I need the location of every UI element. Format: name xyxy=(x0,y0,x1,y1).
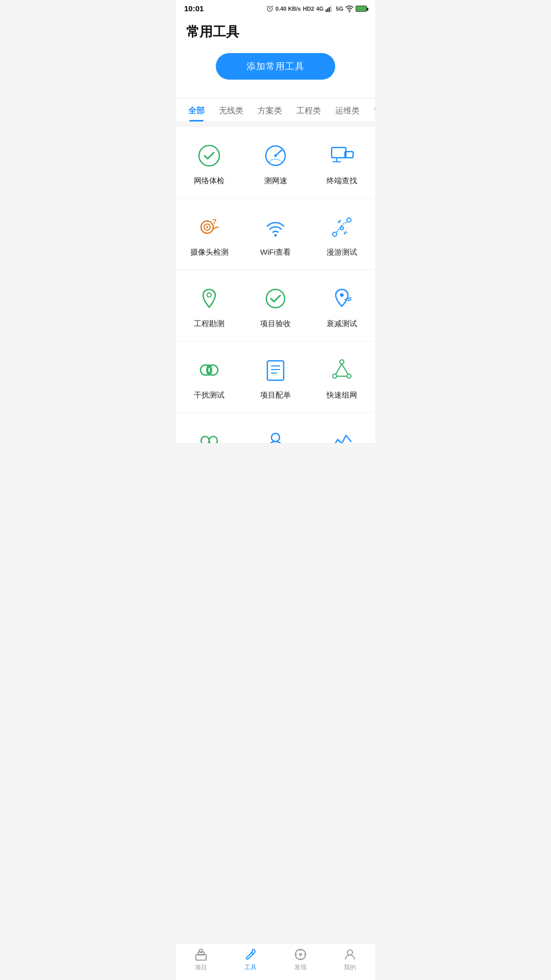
tool-partial-2[interactable] xyxy=(242,413,309,443)
attenuation-icon xyxy=(328,284,356,313)
tool-camera-detect[interactable]: ? 摄像头检测 xyxy=(176,199,242,270)
tool-project-bom[interactable]: 项目配单 xyxy=(242,341,309,412)
svg-point-32 xyxy=(340,360,344,364)
tab-solution[interactable]: 方案类 xyxy=(251,99,289,121)
hd-badge: HD2 xyxy=(303,6,314,12)
svg-point-41 xyxy=(271,433,280,442)
terminal-find-label: 终端查找 xyxy=(327,176,357,186)
network-speed: 0.40 KB/s xyxy=(276,6,301,12)
svg-rect-28 xyxy=(267,361,284,380)
partial1-icon xyxy=(195,427,223,444)
svg-point-23 xyxy=(266,289,285,308)
svg-rect-6 xyxy=(331,6,332,12)
speed-test-icon xyxy=(261,141,290,170)
main-content: 常用工具 添加常用工具 全部 无线类 方案类 工程类 运维类 安防类 xyxy=(176,15,375,484)
partial3-icon xyxy=(328,427,356,444)
tools-row-1: 网络体检 测网速 xyxy=(176,127,375,199)
svg-point-20 xyxy=(347,218,351,222)
tab-security[interactable]: 安防类 xyxy=(367,99,375,121)
camera-detect-label: 摄像头检测 xyxy=(190,248,229,257)
status-bar: 10:01 0.40 KB/s HD2 4G 5G xyxy=(176,0,375,15)
svg-text:?: ? xyxy=(212,217,217,226)
quick-network-icon xyxy=(328,356,356,384)
tool-wifi-view[interactable]: WiFi查看 xyxy=(242,199,309,270)
svg-point-38 xyxy=(201,436,209,444)
svg-rect-4 xyxy=(328,8,329,12)
speed-test-label: 测网速 xyxy=(264,176,287,186)
wifi-status-icon xyxy=(345,5,354,12)
interference-label: 干扰测试 xyxy=(194,390,224,400)
battery-icon xyxy=(356,6,367,12)
add-tool-button[interactable]: 添加常用工具 xyxy=(216,53,335,80)
tool-partial-1[interactable] xyxy=(176,413,242,443)
tabs-scroll: 全部 无线类 方案类 工程类 运维类 安防类 xyxy=(176,99,375,121)
tab-wireless[interactable]: 无线类 xyxy=(212,99,251,121)
svg-rect-3 xyxy=(325,9,327,12)
svg-point-22 xyxy=(207,293,211,297)
network-checkup-icon xyxy=(195,141,223,170)
svg-point-16 xyxy=(206,226,208,228)
quick-network-label: 快速组网 xyxy=(327,390,357,400)
tool-acceptance[interactable]: 项目验收 xyxy=(242,270,309,341)
signal-4g: 4G xyxy=(316,6,324,12)
tool-roaming-test[interactable]: 漫游测试 xyxy=(309,199,375,270)
tools-grid: 网络体检 测网速 xyxy=(176,127,375,444)
svg-line-35 xyxy=(336,364,342,374)
partial2-icon xyxy=(261,427,290,444)
tools-row-3: 工程勘测 项目验收 衰 xyxy=(176,270,375,341)
tab-all[interactable]: 全部 xyxy=(181,99,212,121)
tool-survey[interactable]: 工程勘测 xyxy=(176,270,242,341)
tool-network-checkup[interactable]: 网络体检 xyxy=(176,127,242,198)
svg-point-21 xyxy=(340,227,343,230)
svg-point-26 xyxy=(208,365,218,375)
project-bom-icon xyxy=(261,356,290,384)
header: 常用工具 添加常用工具 xyxy=(176,15,375,98)
acceptance-icon xyxy=(261,284,290,313)
roaming-test-label: 漫游测试 xyxy=(327,248,357,257)
wifi-view-label: WiFi查看 xyxy=(260,248,291,257)
svg-point-34 xyxy=(347,374,351,378)
svg-line-2 xyxy=(272,6,273,7)
tools-row-partial xyxy=(176,413,375,444)
svg-point-19 xyxy=(333,232,337,236)
tool-speed-test[interactable]: 测网速 xyxy=(242,127,309,198)
add-button-container: 添加常用工具 xyxy=(186,41,365,94)
network-checkup-label: 网络体检 xyxy=(194,176,224,186)
alarm-icon xyxy=(266,5,273,12)
svg-point-18 xyxy=(274,234,277,237)
signal-bars-icon xyxy=(325,5,334,12)
svg-rect-10 xyxy=(332,148,346,158)
tools-row-2: ? 摄像头检测 WiFi查看 xyxy=(176,199,375,270)
svg-rect-5 xyxy=(329,7,330,12)
svg-point-9 xyxy=(274,155,277,157)
svg-point-39 xyxy=(209,436,217,444)
wifi-view-icon xyxy=(261,213,290,241)
survey-icon xyxy=(195,284,223,313)
svg-line-1 xyxy=(267,6,268,7)
attenuation-label: 衰减测试 xyxy=(327,319,357,329)
page-title: 常用工具 xyxy=(186,23,365,41)
tab-ops[interactable]: 运维类 xyxy=(328,99,367,121)
status-icons: 0.40 KB/s HD2 4G 5G xyxy=(266,5,367,12)
tool-partial-3[interactable] xyxy=(309,413,375,443)
status-time: 10:01 xyxy=(184,4,204,13)
tool-interference[interactable]: 干扰测试 xyxy=(176,341,242,412)
svg-point-7 xyxy=(349,11,349,12)
project-bom-label: 项目配单 xyxy=(260,390,291,400)
tool-attenuation[interactable]: 衰减测试 xyxy=(309,270,375,341)
roaming-test-icon xyxy=(328,213,356,241)
signal-5g: 5G xyxy=(336,6,343,12)
camera-detect-icon: ? xyxy=(195,213,223,241)
tools-row-4: 干扰测试 项目配单 xyxy=(176,341,375,413)
svg-line-36 xyxy=(342,364,348,374)
interference-icon xyxy=(195,356,223,384)
svg-point-33 xyxy=(333,374,337,378)
tool-quick-network[interactable]: 快速组网 xyxy=(309,341,375,412)
acceptance-label: 项目验收 xyxy=(260,319,291,329)
tab-engineering[interactable]: 工程类 xyxy=(289,99,328,121)
category-tabs: 全部 无线类 方案类 工程类 运维类 安防类 xyxy=(176,98,375,122)
survey-label: 工程勘测 xyxy=(194,319,224,329)
svg-point-24 xyxy=(340,293,344,297)
tool-terminal-find[interactable]: 终端查找 xyxy=(309,127,375,198)
terminal-find-icon xyxy=(328,141,356,170)
